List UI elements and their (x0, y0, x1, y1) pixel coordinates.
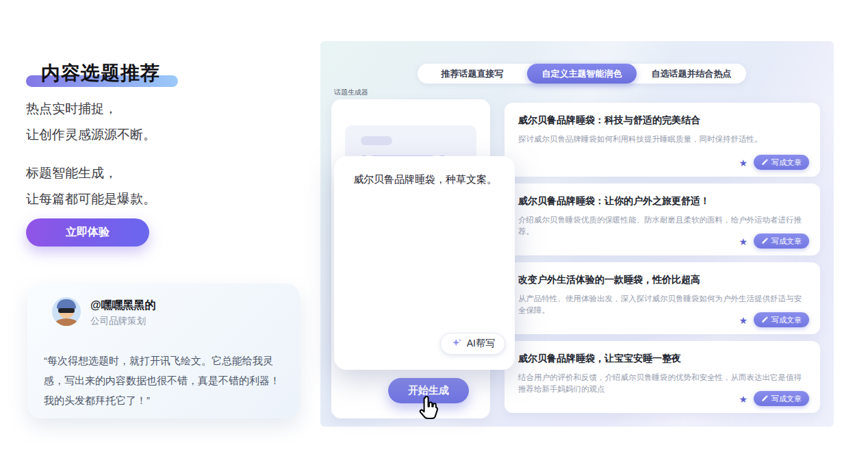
avatar-hat (57, 299, 76, 309)
hero-title-wrap: 内容选题推荐 (26, 60, 160, 86)
ai-write-label: AI帮写 (467, 338, 495, 350)
favorite-star-icon[interactable]: ★ (739, 316, 748, 325)
favorite-star-icon[interactable]: ★ (739, 158, 748, 168)
avatar (52, 297, 81, 326)
testimonial-handle: @嘿嘿黑黑的 (90, 299, 156, 313)
topic-card: 威尔贝鲁品牌睡袋：科技与舒适的完美结合 探讨威尔贝鲁品牌睡袋如何利用科技提升睡眠… (505, 103, 820, 177)
write-article-label: 写成文章 (771, 236, 802, 247)
page-title: 内容选题推荐 (41, 60, 160, 86)
topic-card: 威尔贝鲁品牌睡袋：让你的户外之旅更舒适！ 介绍威尔贝鲁睡袋优质的保暖性能、防水耐… (505, 184, 820, 255)
hero-tagline-2: 标题智能生成， 让每篇都可能是爆款。 (26, 160, 156, 212)
testimonial-role: 公司品牌策划 (90, 315, 146, 327)
topic-card-title: 威尔贝鲁品牌睡袋：让你的户外之旅更舒适！ (518, 195, 806, 207)
write-article-button[interactable]: 写成文章 (754, 234, 809, 249)
topic-card-title: 威尔贝鲁品牌睡袋，让宝宝安睡一整夜 (518, 353, 806, 365)
tab-recommended-topics[interactable]: 推荐话题直接写 (418, 64, 527, 84)
pencil-icon (761, 394, 769, 403)
topic-card-title: 威尔贝鲁品牌睡袋：科技与舒适的完美结合 (518, 114, 806, 127)
write-article-button[interactable]: 写成文章 (754, 391, 809, 406)
write-article-label: 写成文章 (771, 315, 802, 325)
favorite-star-icon[interactable]: ★ (739, 237, 748, 247)
topic-card: 改变户外生活体验的一款睡袋，性价比超高 从产品特性、使用体验出发，深入探讨威尔贝… (505, 262, 820, 334)
write-article-button[interactable]: 写成文章 (754, 155, 809, 170)
start-generate-button[interactable]: 开始生成 (388, 378, 469, 403)
avatar-sunglasses (58, 308, 75, 313)
tagline-line: 标题智能生成， (26, 160, 156, 186)
tab-custom-theme-polish[interactable]: 自定义主题智能润色 (527, 64, 637, 84)
pencil-icon (761, 158, 769, 167)
topic-card-title: 改变户外生活体验的一款睡袋，性价比超高 (518, 274, 806, 286)
write-article-label: 写成文章 (771, 157, 802, 168)
hero-tagline-1: 热点实时捕捉， 让创作灵感源源不断。 (26, 96, 156, 148)
sparkle-icon (450, 337, 463, 351)
favorite-star-icon[interactable]: ★ (739, 394, 748, 404)
topic-card: 威尔贝鲁品牌睡袋，让宝宝安睡一整夜 结合用户的评价和反馈，介绍威尔贝鲁睡袋的优势… (505, 341, 820, 413)
demo-panel: 推荐话题直接写 自定义主题智能润色 自选话题并结合热点 话题生成器 威尔贝鲁品牌… (320, 41, 834, 427)
topic-input-text: 威尔贝鲁品牌睡袋，种草文案。 (353, 171, 500, 188)
tagline-line: 让每篇都可能是爆款。 (26, 186, 156, 212)
try-now-button[interactable]: 立即体验 (26, 218, 149, 247)
topic-generator-label: 话题生成器 (334, 88, 368, 97)
testimonial-quote: “每次得想选题时，就打开讯飞绘文。它总能给我灵感，写出来的内容数据也很不错，真是… (44, 351, 286, 410)
tagline-line: 热点实时捕捉， (26, 96, 156, 122)
write-article-label: 写成文章 (771, 394, 802, 404)
tab-chosen-topic-hotspots[interactable]: 自选话题并结合热点 (637, 64, 746, 84)
pencil-icon (761, 237, 769, 246)
mode-tab-bar: 推荐话题直接写 自定义主题智能润色 自选话题并结合热点 (418, 64, 746, 84)
pencil-icon (761, 316, 769, 325)
avatar-jacket (55, 318, 77, 326)
topic-card-desc: 探讨威尔贝鲁品牌睡袋如何利用科技提升睡眠质量，同时保持舒适性。 (518, 134, 808, 145)
page: 内容选题推荐 热点实时捕捉， 让创作灵感源源不断。 标题智能生成， 让每篇都可能… (0, 0, 868, 454)
ai-write-button[interactable]: AI帮写 (440, 333, 505, 355)
skeleton-bar (361, 136, 392, 145)
tagline-line: 让创作灵感源源不断。 (26, 122, 156, 148)
write-article-button[interactable]: 写成文章 (754, 312, 809, 327)
testimonial-card: @嘿嘿黑黑的 公司品牌策划 “每次得想选题时，就打开讯飞绘文。它总能给我灵感，写… (27, 283, 300, 418)
topic-input-popup: 威尔贝鲁品牌睡袋，种草文案。 AI帮写 (334, 156, 515, 370)
